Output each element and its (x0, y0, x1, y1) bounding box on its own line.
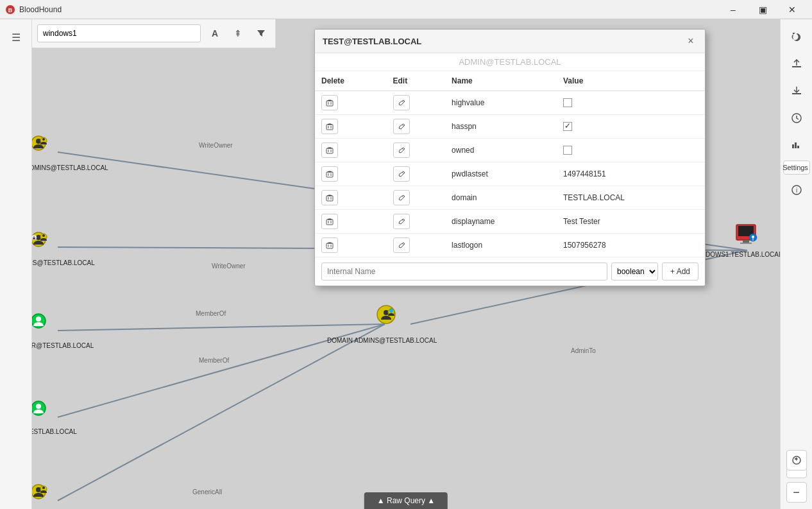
table-row: owned (315, 139, 705, 162)
svg-rect-42 (326, 196, 333, 201)
prop-value-4: TESTLAB.LOCAL (557, 186, 705, 210)
prop-value-1 (557, 115, 705, 139)
add-property-button[interactable]: + Add (662, 263, 698, 280)
app-icon: B (5, 4, 15, 15)
internal-name-input[interactable] (321, 263, 607, 280)
table-row: lastlogon1507956278 (315, 234, 705, 257)
title-bar: B BloodHound – ▣ ✕ (0, 0, 812, 19)
edit-button-6[interactable] (393, 237, 410, 253)
svg-rect-39 (326, 125, 333, 130)
svg-rect-40 (326, 148, 333, 153)
ghost-label: ADMIN@TESTLAB.LOCAL (315, 53, 705, 71)
table-row: highvalue (315, 91, 705, 115)
properties-table: Delete Edit Name Value highvaluehasspnow… (315, 71, 705, 257)
table-row: hasspn (315, 115, 705, 139)
prop-name-5: displayname (445, 210, 557, 234)
prop-name-6: lastlogon (445, 234, 557, 257)
col-value: Value (557, 71, 705, 91)
close-button[interactable]: ✕ (777, 0, 807, 19)
svg-rect-43 (326, 220, 333, 225)
table-row: displaynameTest Tester (315, 210, 705, 234)
checkbox-1[interactable] (563, 122, 572, 131)
modal-header: TEST@TESTLAB.LOCAL × (315, 30, 705, 53)
window-controls: – ▣ ✕ (718, 0, 807, 19)
delete-button-3[interactable] (321, 166, 338, 182)
modal-body: ADMIN@TESTLAB.LOCAL Delete Edit Name Val… (315, 53, 705, 286)
svg-rect-44 (326, 243, 333, 248)
delete-button-4[interactable] (321, 190, 338, 205)
prop-name-2: owned (445, 139, 557, 162)
edit-button-1[interactable] (393, 119, 410, 134)
table-header-row: Delete Edit Name Value (315, 71, 705, 91)
table-scroll-area[interactable]: Delete Edit Name Value highvaluehasspnow… (315, 71, 705, 257)
edit-button-5[interactable] (393, 214, 410, 229)
prop-value-2 (557, 139, 705, 162)
delete-button-5[interactable] (321, 214, 338, 229)
svg-rect-38 (326, 101, 333, 106)
table-row: pwdlastset1497448151 (315, 162, 705, 186)
app-title: BloodHound (19, 5, 718, 14)
delete-button-1[interactable] (321, 119, 338, 134)
prop-name-1: hasspn (445, 115, 557, 139)
col-name: Name (445, 71, 557, 91)
delete-button-6[interactable] (321, 237, 338, 253)
modal-close-button[interactable]: × (684, 35, 697, 47)
modal-title: TEST@TESTLAB.LOCAL (323, 37, 421, 46)
add-button-label: + Add (670, 267, 690, 276)
maximize-button[interactable]: ▣ (748, 0, 777, 19)
prop-value-6: 1507956278 (557, 234, 705, 257)
minimize-button[interactable]: – (718, 0, 748, 19)
table-row: domainTESTLAB.LOCAL (315, 186, 705, 210)
delete-button-2[interactable] (321, 142, 338, 158)
edit-button-4[interactable] (393, 190, 410, 205)
prop-name-0: highvalue (445, 91, 557, 115)
svg-rect-41 (326, 172, 333, 177)
delete-button-0[interactable] (321, 95, 338, 110)
prop-value-0 (557, 91, 705, 115)
properties-modal: TEST@TESTLAB.LOCAL × ADMIN@TESTLAB.LOCAL… (314, 29, 706, 286)
modal-overlay: TEST@TESTLAB.LOCAL × ADMIN@TESTLAB.LOCAL… (0, 0, 812, 509)
edit-button-0[interactable] (393, 95, 410, 110)
prop-value-3: 1497448151 (557, 162, 705, 186)
edit-button-2[interactable] (393, 142, 410, 158)
edit-button-3[interactable] (393, 166, 410, 182)
prop-name-3: pwdlastset (445, 162, 557, 186)
col-edit: Edit (387, 71, 446, 91)
type-select[interactable]: boolean string number (611, 263, 658, 280)
col-delete: Delete (315, 71, 387, 91)
add-row: boolean string number + Add (315, 257, 705, 286)
checkbox-2[interactable] (563, 146, 572, 155)
prop-name-4: domain (445, 186, 557, 210)
svg-text:B: B (8, 7, 13, 13)
prop-value-5: Test Tester (557, 210, 705, 234)
checkbox-0[interactable] (563, 98, 572, 107)
